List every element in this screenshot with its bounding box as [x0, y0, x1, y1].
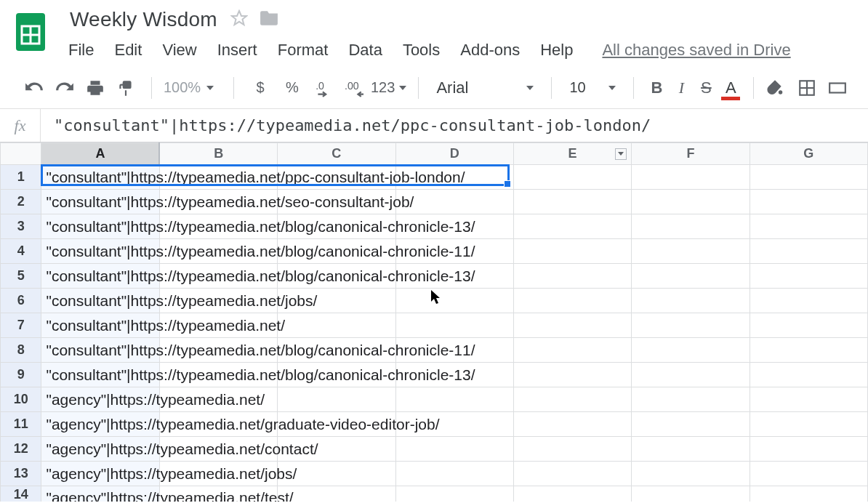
cell-E10[interactable] — [513, 387, 631, 412]
cell-E2[interactable] — [513, 190, 631, 214]
bold-button[interactable]: B — [646, 79, 667, 97]
cell-G7[interactable] — [750, 313, 867, 338]
cell-G14[interactable] — [750, 486, 867, 502]
cell-E12[interactable] — [513, 437, 631, 462]
cell-F10[interactable] — [632, 387, 750, 412]
cell-F14[interactable] — [632, 486, 750, 502]
font-family-select[interactable]: Arial — [430, 79, 539, 97]
cell-E5[interactable] — [513, 264, 631, 289]
format-currency-button[interactable]: $ — [246, 79, 275, 96]
row-header-2[interactable]: 2 — [1, 190, 41, 214]
cell-F6[interactable] — [632, 289, 750, 313]
menu-data[interactable]: Data — [348, 41, 382, 60]
fill-color-button[interactable] — [765, 79, 790, 97]
star-icon[interactable] — [230, 9, 248, 30]
font-size-select[interactable]: 10 — [563, 79, 622, 96]
cell-G3[interactable] — [750, 214, 867, 239]
cell-G13[interactable] — [750, 462, 867, 486]
menu-view[interactable]: View — [162, 41, 196, 60]
cell-A8[interactable]: "consultant"|https://typeamedia.net/blog… — [41, 338, 159, 363]
row-header-12[interactable]: 12 — [1, 437, 41, 462]
paint-format-button[interactable] — [112, 74, 140, 102]
zoom-select[interactable]: 100% — [164, 79, 222, 96]
cell-F4[interactable] — [632, 239, 750, 264]
cell-D13[interactable] — [395, 462, 513, 486]
cell-F2[interactable] — [632, 190, 750, 214]
cell-E11[interactable] — [513, 412, 631, 437]
cell-G12[interactable] — [750, 437, 867, 462]
row-header-13[interactable]: 13 — [1, 462, 41, 486]
cell-D7[interactable] — [395, 313, 513, 338]
cell-F7[interactable] — [632, 313, 750, 338]
text-color-button[interactable]: A — [720, 79, 742, 97]
row-header-7[interactable]: 7 — [1, 313, 41, 338]
cell-E1[interactable] — [513, 165, 631, 190]
cell-F13[interactable] — [632, 462, 750, 486]
cell-F5[interactable] — [632, 264, 750, 289]
row-header-9[interactable]: 9 — [1, 363, 41, 387]
cell-A9[interactable]: "consultant"|https://typeamedia.net/blog… — [41, 363, 159, 387]
redo-button[interactable] — [51, 74, 79, 102]
filter-indicator-icon[interactable] — [615, 148, 627, 160]
row-header-1[interactable]: 1 — [1, 165, 41, 190]
column-header-C[interactable]: C — [278, 143, 395, 165]
cell-G1[interactable] — [750, 165, 867, 190]
column-header-E[interactable]: E — [513, 143, 631, 165]
cell-F12[interactable] — [632, 437, 750, 462]
cell-A1[interactable]: "consultant"|https://typeamedia.net/ppc-… — [41, 165, 159, 190]
cell-A4[interactable]: "consultant"|https://typeamedia.net/blog… — [41, 239, 159, 264]
cell-E7[interactable] — [513, 313, 631, 338]
row-header-11[interactable]: 11 — [1, 412, 41, 437]
cell-G4[interactable] — [750, 239, 867, 264]
cell-D12[interactable] — [395, 437, 513, 462]
strikethrough-button[interactable]: S — [695, 79, 717, 97]
cell-G10[interactable] — [750, 387, 867, 412]
column-header-F[interactable]: F — [632, 143, 750, 165]
merge-cells-button[interactable] — [824, 74, 851, 102]
borders-button[interactable] — [793, 74, 821, 102]
cell-A14[interactable]: "agency"|https://typeamedia.net/test/ — [41, 486, 159, 502]
print-button[interactable] — [81, 74, 109, 102]
cell-G11[interactable] — [750, 412, 867, 437]
cell-E14[interactable] — [513, 486, 631, 502]
cell-A12[interactable]: "agency"|https://typeamedia.net/contact/ — [41, 437, 159, 462]
menu-tools[interactable]: Tools — [403, 41, 440, 60]
formula-input[interactable] — [41, 109, 868, 142]
cell-G9[interactable] — [750, 363, 867, 387]
cell-D6[interactable] — [395, 289, 513, 313]
cell-G5[interactable] — [750, 264, 867, 289]
cell-E9[interactable] — [513, 363, 631, 387]
cell-E4[interactable] — [513, 239, 631, 264]
cell-A11[interactable]: "agency"|https://typeamedia.net/graduate… — [41, 412, 159, 437]
row-header-4[interactable]: 4 — [1, 239, 41, 264]
column-header-D[interactable]: D — [395, 143, 513, 165]
select-all-corner[interactable] — [1, 143, 41, 165]
menu-file[interactable]: File — [68, 41, 94, 60]
menu-help[interactable]: Help — [540, 41, 573, 60]
cell-A5[interactable]: "consultant"|https://typeamedia.net/blog… — [41, 264, 159, 289]
cell-A3[interactable]: "consultant"|https://typeamedia.net/blog… — [41, 214, 159, 239]
cell-D14[interactable] — [395, 486, 513, 502]
move-folder-icon[interactable] — [260, 9, 278, 30]
row-header-3[interactable]: 3 — [1, 214, 41, 239]
italic-button[interactable]: I — [670, 79, 692, 97]
sheets-logo-icon[interactable] — [13, 10, 48, 54]
cell-G6[interactable] — [750, 289, 867, 313]
more-formats-select[interactable]: 123 — [371, 79, 406, 96]
cell-A6[interactable]: "consultant"|https://typeamedia.net/jobs… — [41, 289, 159, 313]
cell-C7[interactable] — [278, 313, 395, 338]
menu-insert[interactable]: Insert — [217, 41, 257, 60]
format-percent-button[interactable]: % — [278, 79, 307, 96]
cell-E13[interactable] — [513, 462, 631, 486]
cell-C10[interactable] — [278, 387, 395, 412]
cell-F11[interactable] — [632, 412, 750, 437]
decrease-decimal-button[interactable]: .0 — [310, 74, 337, 102]
cell-A7[interactable]: "consultant"|https://typeamedia.net/ — [41, 313, 159, 338]
row-header-5[interactable]: 5 — [1, 264, 41, 289]
cell-A13[interactable]: "agency"|https://typeamedia.net/jobs/ — [41, 462, 159, 486]
row-header-10[interactable]: 10 — [1, 387, 41, 412]
document-title[interactable]: Weekly Wisdom — [68, 8, 219, 31]
cell-F1[interactable] — [632, 165, 750, 190]
save-status[interactable]: All changes saved in Drive — [602, 41, 790, 60]
cell-F3[interactable] — [632, 214, 750, 239]
